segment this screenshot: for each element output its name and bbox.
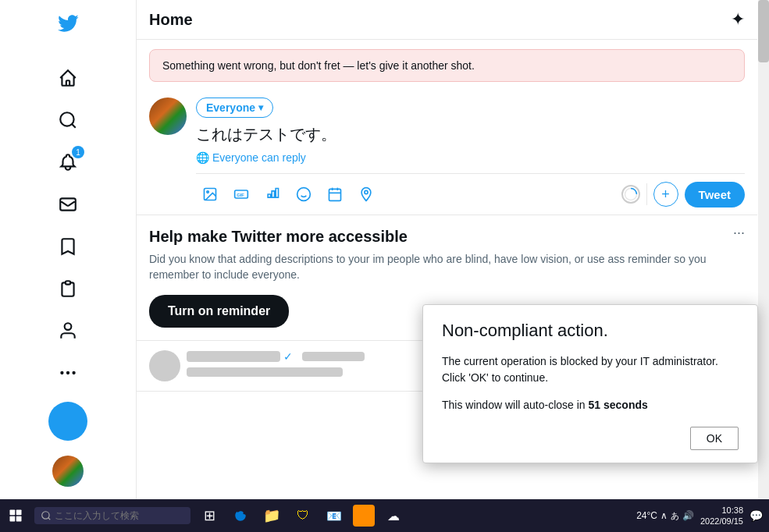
- sidebar-item-search[interactable]: [48, 101, 87, 140]
- audience-label: Everyone: [206, 101, 255, 114]
- timer-value: 51 seconds: [589, 399, 648, 411]
- up-arrow-icon[interactable]: ∧: [660, 510, 668, 521]
- dialog-footer: OK: [442, 427, 739, 450]
- clock-date: 2022/09/15: [700, 516, 743, 527]
- error-banner: Something went wrong, but don't fret — l…: [149, 49, 745, 82]
- scrollbar-thumb[interactable]: [758, 0, 769, 62]
- sidebar-item-bookmarks[interactable]: [48, 227, 87, 266]
- svg-point-8: [297, 188, 311, 201]
- add-tweet-button[interactable]: +: [653, 182, 678, 207]
- svg-point-21: [42, 512, 49, 519]
- error-text: Something went wrong, but don't fret — l…: [162, 59, 475, 72]
- accessibility-description: Did you know that adding descriptions to…: [149, 252, 745, 282]
- preview-text-placeholder: [187, 367, 343, 377]
- compose-area: Everyone ▾ これはテストです。 🌐 Everyone can repl…: [137, 91, 757, 215]
- svg-point-1: [60, 371, 63, 374]
- taskbar-system-icons: 24°C ∧ あ 🔊: [636, 510, 694, 522]
- more-options-icon[interactable]: ···: [733, 225, 745, 241]
- sidebar-item-notifications[interactable]: 1: [48, 143, 87, 182]
- svg-rect-18: [16, 510, 22, 516]
- svg-text:GIF: GIF: [237, 193, 244, 197]
- notification-count: 1: [72, 146, 84, 158]
- gif-icon[interactable]: GIF: [227, 180, 255, 208]
- toolbar-icons: GIF: [196, 180, 380, 208]
- globe-icon: 🌐: [196, 151, 209, 164]
- taskbar-orange-icon[interactable]: [353, 505, 375, 527]
- taskbar-temp: 24°C: [636, 510, 657, 521]
- sidebar-item-profile[interactable]: [48, 311, 87, 350]
- dialog-body-text: The current operation is blocked by your…: [442, 355, 718, 384]
- sidebar: 1: [0, 0, 137, 499]
- preview-avatar: [149, 350, 180, 381]
- sidebar-item-home[interactable]: [48, 59, 87, 98]
- svg-rect-20: [16, 516, 22, 522]
- compose-avatar: [149, 98, 187, 135]
- clock-time: 10:38: [700, 505, 743, 516]
- reply-setting[interactable]: 🌐 Everyone can reply: [196, 151, 745, 164]
- taskbar-app-icons: ⊞ 📁 🛡 📧 ☁: [197, 503, 406, 528]
- sidebar-item-lists[interactable]: [48, 269, 87, 308]
- svg-rect-17: [10, 510, 16, 516]
- ok-button[interactable]: OK: [690, 427, 739, 450]
- taskbar: ⊞ 📁 🛡 📧 ☁ 24°C ∧ あ 🔊 10:38 2022/09/15 💬: [0, 499, 769, 532]
- tweet-button[interactable]: Tweet: [685, 182, 745, 207]
- taskbar-clock[interactable]: 10:38 2022/09/15: [700, 505, 743, 527]
- chevron-down-icon: ▾: [258, 102, 263, 113]
- taskbar-explorer-icon[interactable]: 📁: [259, 503, 284, 528]
- compose-toolbar: GIF: [196, 173, 745, 208]
- twitter-logo-icon[interactable]: [51, 6, 85, 46]
- preview-name-placeholder: [187, 351, 280, 362]
- poll-icon[interactable]: [258, 180, 287, 208]
- location-icon[interactable]: [352, 180, 380, 208]
- preview-handle-placeholder: [302, 352, 365, 361]
- verified-badge-icon: ✓: [283, 350, 293, 363]
- accessibility-title: Help make Twitter more accessible: [149, 228, 745, 246]
- user-avatar-sidebar[interactable]: [52, 456, 84, 487]
- compose-button[interactable]: [48, 402, 87, 441]
- reply-label: Everyone can reply: [212, 151, 306, 164]
- taskbar-weather-icon[interactable]: ☁: [381, 503, 406, 528]
- sidebar-item-more[interactable]: [48, 353, 87, 392]
- schedule-icon[interactable]: [321, 180, 349, 208]
- taskbar-right: 24°C ∧ あ 🔊 10:38 2022/09/15 💬: [636, 505, 769, 527]
- taskbar-cortana-icon[interactable]: ⊞: [197, 503, 222, 528]
- page-title: Home: [149, 11, 193, 29]
- svg-point-5: [207, 191, 209, 193]
- image-upload-icon[interactable]: [196, 180, 224, 208]
- taskbar-edge-icon[interactable]: [228, 503, 253, 528]
- reminder-button[interactable]: Turn on reminder: [149, 295, 289, 328]
- scrollbar[interactable]: [758, 0, 769, 499]
- keyboard-icon[interactable]: あ: [671, 510, 679, 522]
- sparkle-icon[interactable]: ✦: [731, 9, 745, 30]
- svg-rect-19: [10, 516, 16, 522]
- character-count: [621, 185, 640, 204]
- page-header: Home ✦: [137, 0, 757, 40]
- dialog-title: Non-compliant action.: [442, 321, 739, 341]
- sidebar-item-messages[interactable]: [48, 185, 87, 224]
- svg-point-15: [365, 190, 368, 193]
- taskbar-security-icon[interactable]: 🛡: [290, 503, 315, 528]
- svg-point-0: [60, 112, 73, 126]
- compose-right: Everyone ▾ これはテストです。 🌐 Everyone can repl…: [196, 98, 745, 208]
- svg-point-3: [72, 371, 75, 374]
- taskbar-mail-icon[interactable]: 📧: [322, 503, 347, 528]
- toolbar-divider: [646, 183, 647, 205]
- dialog-body: The current operation is blocked by your…: [442, 353, 739, 386]
- svg-point-2: [66, 371, 69, 374]
- emoji-icon[interactable]: [290, 180, 318, 208]
- notification-center-icon[interactable]: 💬: [749, 509, 763, 522]
- compose-text: これはテストです。: [196, 124, 745, 145]
- dialog-timer: This window will auto-close in 51 second…: [442, 399, 739, 411]
- non-compliant-dialog: Non-compliant action. The current operat…: [422, 304, 758, 463]
- timer-prefix: This window will auto-close in: [442, 399, 589, 411]
- toolbar-right: + Tweet: [621, 182, 745, 207]
- svg-rect-11: [329, 189, 341, 200]
- start-button[interactable]: [0, 509, 31, 523]
- volume-icon[interactable]: 🔊: [682, 510, 694, 521]
- taskbar-search[interactable]: [34, 507, 190, 524]
- audience-selector[interactable]: Everyone ▾: [196, 98, 273, 118]
- taskbar-search-input[interactable]: [55, 510, 184, 521]
